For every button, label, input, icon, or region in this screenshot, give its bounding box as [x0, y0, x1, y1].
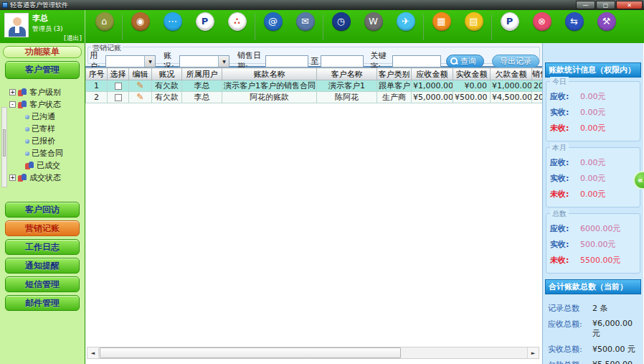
column-header[interactable]: 序号 — [86, 68, 108, 80]
column-header[interactable]: 编辑 — [129, 68, 152, 80]
column-header[interactable]: 客户类别 — [377, 68, 412, 80]
column-header[interactable]: 所属用户 — [182, 68, 222, 80]
sidebar-button-email-manage[interactable]: 邮件管理 — [5, 295, 80, 311]
summary-value: 2 条 — [592, 303, 608, 314]
sale-date: 20 — [532, 80, 543, 92]
collapse-icon[interactable]: - — [9, 101, 16, 108]
sidebar-tree: +客户级别-客户状态已沟通已寄样已报价已签合同已成交+成交状态 — [1, 84, 84, 199]
advanced-search-icon: ∴ — [228, 12, 247, 31]
table-row[interactable]: 1✎有欠款李总演示客户1客户的销售合同 XS150...演示客户1跟单客户¥1,… — [86, 80, 543, 92]
summary-value: ¥6,000.00 元 — [592, 319, 638, 339]
summary-row: 应收总额:¥6,000.00 元 — [548, 319, 638, 339]
summary-title: 合计账款总数（当前） — [545, 279, 641, 294]
expand-icon[interactable]: + — [9, 174, 16, 181]
summary-label: 实收总额: — [548, 344, 592, 355]
sidebar-button-customer-followup[interactable]: 客户回访 — [5, 202, 80, 218]
date-to-input[interactable] — [321, 55, 364, 67]
owner-user: 李总 — [182, 92, 222, 103]
expand-icon[interactable]: + — [9, 89, 16, 95]
tree-item-label: 已沟通 — [32, 111, 55, 122]
chevron-down-icon[interactable]: ▼ — [218, 56, 229, 67]
close-button-icon[interactable]: ✕ — [616, 1, 643, 9]
stats-row: 应收:0.00元 — [550, 91, 636, 102]
tree-item-status-signed[interactable]: 已签合同 — [9, 147, 84, 159]
main-area: 营销记账 用户: ▼ 账况: ▼ 销售日期: 至 关键字: 查询 导出记录 — [85, 43, 542, 364]
user-select[interactable]: ▼ — [105, 55, 156, 67]
stats-value: 0.00元 — [580, 189, 606, 200]
keyword-input[interactable] — [392, 55, 441, 67]
tree-item-status-quoted[interactable]: 已报价 — [9, 135, 84, 147]
sidebar-button-customer-manage[interactable]: 客户管理 — [5, 61, 80, 79]
filter-bar: 营销记账 用户: ▼ 账况: ▼ 销售日期: 至 关键字: 查询 导出记录 — [85, 43, 542, 67]
user-role: 管理员 (3) — [32, 24, 82, 34]
stats-label: 应收: — [550, 157, 580, 168]
data-custom-icon: ⊗ — [533, 12, 551, 31]
account-name: 阿花的账款 — [222, 92, 317, 103]
summary-row: 记录总数2 条 — [548, 303, 638, 314]
receivable-amount: ¥1,000.00 — [412, 80, 453, 92]
search-button[interactable]: 查询 — [446, 55, 484, 68]
chevron-down-icon[interactable]: ▼ — [144, 56, 155, 67]
horizontal-scrollbar[interactable]: ◄ ► — [87, 347, 539, 359]
stats-row: 实收:0.00元 — [550, 173, 636, 184]
column-header[interactable]: 账况 — [152, 68, 182, 80]
stats-label: 应收: — [550, 91, 580, 102]
export-records-button[interactable]: 导出记录 — [492, 55, 539, 68]
checkbox-icon[interactable] — [115, 83, 122, 90]
stats-label: 实收: — [550, 173, 580, 184]
tree-item-status-contacted[interactable]: 已沟通 — [9, 111, 84, 123]
scroll-left-arrow-icon[interactable]: ◄ — [87, 347, 99, 358]
user-panel: 李总 管理员 (3) [退出] — [0, 10, 85, 43]
tree-item-customer-status[interactable]: -客户状态 — [9, 98, 84, 111]
horizontal-scrollbar-thumb[interactable] — [100, 347, 401, 358]
tree-item-customer-level[interactable]: +客户级别 — [9, 86, 84, 98]
stats-row: 应收:6000.00元 — [550, 223, 636, 234]
sidebar-button-notice-remind[interactable]: 通知提醒 — [5, 258, 80, 274]
edit-icon[interactable]: ✎ — [136, 92, 143, 102]
column-header[interactable]: 客户名称 — [317, 68, 377, 80]
sidebar-button-sales-ledger[interactable]: 营销记账 — [5, 220, 80, 236]
sidebar-button-work-log[interactable]: 工作日志 — [5, 239, 80, 255]
tree-item-label: 已寄样 — [32, 123, 55, 134]
minimize-button-icon[interactable]: — — [576, 1, 595, 9]
column-header[interactable]: 应收金额 — [412, 68, 453, 80]
stats-label: 应收: — [550, 223, 580, 234]
stats-value: 6000.00元 — [580, 223, 621, 234]
new-task-icon: W — [364, 12, 383, 31]
tree-scrollbar[interactable] — [1, 107, 7, 187]
date-from-input[interactable] — [265, 55, 308, 67]
tree-item-deal-status[interactable]: +成交状态 — [9, 172, 84, 184]
maximize-button-icon[interactable]: ▢ — [596, 1, 615, 9]
summary-value: ¥500.00 元 — [592, 344, 635, 355]
tree-item-status-sampled[interactable]: 已寄样 — [9, 123, 84, 135]
status-select[interactable]: ▼ — [179, 55, 229, 67]
tree-item-label: 已报价 — [32, 136, 55, 146]
toolbar-separator — [423, 14, 424, 40]
stats-value: 500.00元 — [580, 239, 616, 250]
edit-icon[interactable]: ✎ — [136, 80, 143, 90]
stats-value: 0.00元 — [580, 173, 606, 184]
tree-scrollbar-thumb[interactable] — [3, 129, 6, 157]
stats-label: 未收: — [550, 123, 580, 134]
logout-link[interactable]: [退出] — [64, 34, 82, 43]
stats-value: 0.00元 — [580, 123, 606, 134]
column-header[interactable]: 选择 — [108, 68, 129, 80]
tree-item-status-closed[interactable]: 已成交 — [9, 159, 84, 172]
table-row[interactable]: 2✎有欠款李总阿花的账款陈阿花生产商¥5,000.00¥500.00¥4,500… — [86, 92, 543, 103]
search-icon — [450, 57, 458, 65]
column-header[interactable]: 账款名称 — [222, 68, 317, 80]
column-header[interactable]: 欠款金额 — [491, 68, 532, 80]
checkbox-icon[interactable] — [115, 94, 122, 101]
sidebar-button-sms-manage[interactable]: 短信管理 — [5, 276, 80, 292]
column-header[interactable]: 销售日期 — [532, 68, 543, 80]
bullet-icon — [25, 151, 29, 156]
stats-label: 实收: — [550, 107, 580, 118]
avatar — [4, 13, 29, 37]
toolbar-separator — [323, 14, 323, 40]
table-header-row: 序号选择编辑账况所属用户账款名称客户名称客户类别应收金额实收金额欠款金额销售日期 — [86, 68, 543, 80]
toolbar: ⌂首页◉新客户⋯跟踪回访P重复查询∴综合查询@发送短信✉发送邮件◷工作日志W新任… — [85, 10, 644, 43]
summary-value: ¥5,500.00 元 — [592, 360, 638, 364]
account-status: 有欠款 — [152, 92, 182, 103]
column-header[interactable]: 实收金额 — [453, 68, 491, 80]
scroll-right-arrow-icon[interactable]: ► — [527, 347, 539, 358]
